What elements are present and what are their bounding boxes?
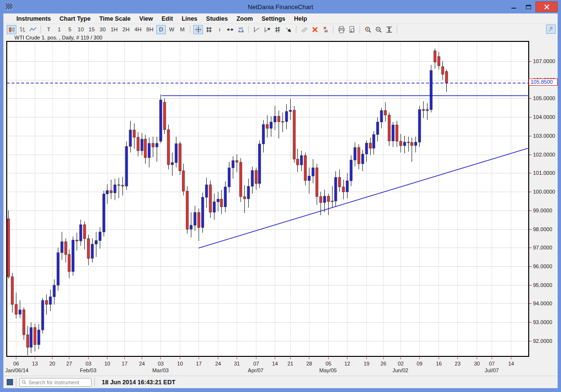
menu-zoom[interactable]: Zoom xyxy=(232,13,257,24)
menu-studies[interactable]: Studies xyxy=(202,13,232,24)
minimize-icon xyxy=(511,8,516,9)
svg-text:all: all xyxy=(324,29,328,33)
toolbar: T151015301H2H4H8HDWMivolall xyxy=(3,24,558,35)
deleteall-icon: all xyxy=(322,26,329,33)
ohlc-icon xyxy=(19,26,26,33)
zoomout-icon xyxy=(375,26,382,33)
maximize-icon xyxy=(526,5,531,9)
current-price-label: 105.8500 xyxy=(529,78,558,86)
window-title: NetDania FinanceChart xyxy=(3,3,558,11)
timeframe-2h-button[interactable]: 2H xyxy=(120,25,132,34)
maximize-button[interactable] xyxy=(521,1,535,12)
connection-status-icon xyxy=(7,379,13,385)
app-window: NetDania FinanceChart InstrumentsChart T… xyxy=(0,0,561,392)
timeframe-10-button[interactable]: 10 xyxy=(76,25,86,34)
timeframe-5-button[interactable]: 5 xyxy=(65,25,75,34)
instrument-label: WTI Crude 1. pos. , Daily, # 119 / 300 xyxy=(14,35,102,40)
menu-view[interactable]: View xyxy=(135,13,157,24)
ray-line-button[interactable] xyxy=(262,25,272,34)
menubar: InstrumentsChart TypeTime ScaleViewEditL… xyxy=(3,13,558,24)
trendline-button[interactable] xyxy=(252,25,261,34)
menu-help[interactable]: Help xyxy=(290,13,311,24)
statusbar: 18 Jun 2014 16:43:21 EDT xyxy=(3,376,558,388)
search-input[interactable] xyxy=(28,379,91,385)
arrow-icon xyxy=(285,26,292,33)
deletex-icon xyxy=(311,26,319,33)
minimize-button[interactable] xyxy=(507,1,521,12)
close-button[interactable] xyxy=(535,1,558,12)
parallel-lines-button[interactable] xyxy=(299,25,309,34)
delete-line-button[interactable] xyxy=(310,25,320,34)
toolbar-separator xyxy=(296,26,296,33)
timestamp: 18 Jun 2014 16:43:21 EDT xyxy=(102,379,175,386)
timeframe-tick-button[interactable]: T xyxy=(44,25,53,34)
line-chart-button[interactable] xyxy=(28,25,38,34)
parallel-icon xyxy=(301,26,308,33)
print-button[interactable] xyxy=(336,25,346,34)
arrow-draw-button[interactable] xyxy=(283,25,293,34)
search-box[interactable] xyxy=(19,378,92,387)
timeframe-daily-button[interactable]: D xyxy=(156,25,166,34)
menu-instruments[interactable]: Instruments xyxy=(12,13,55,24)
grid-icon xyxy=(205,26,213,33)
pin-window-button[interactable] xyxy=(546,25,556,34)
trendline-icon xyxy=(253,26,260,33)
chart-region: WTI Crude 1. pos. , Daily, # 119 / 300 1… xyxy=(3,35,558,376)
timeframe-weekly-button[interactable]: W xyxy=(167,25,176,34)
channel-icon xyxy=(274,26,281,33)
menu-lines[interactable]: Lines xyxy=(177,13,202,24)
fitv-icon xyxy=(386,26,393,33)
toolbar-separator xyxy=(333,26,334,33)
zoomin-icon xyxy=(364,26,372,33)
linechart-icon xyxy=(29,26,37,33)
candlestick-chart-button[interactable] xyxy=(7,25,16,34)
toolbar-separator xyxy=(397,26,397,33)
toolbar-separator xyxy=(360,26,360,33)
bar-chart-button[interactable] xyxy=(17,25,27,34)
volume-icon: vol xyxy=(237,26,244,33)
candlestick-icon xyxy=(8,26,15,33)
preview-icon xyxy=(348,26,356,33)
svg-text:i: i xyxy=(219,26,220,32)
zoom-out-button[interactable] xyxy=(374,25,383,34)
grid-button[interactable] xyxy=(204,25,214,34)
statusbar-divider xyxy=(94,378,95,387)
info-button[interactable]: i xyxy=(214,25,224,34)
zoom-in-button[interactable] xyxy=(363,25,373,34)
channel-button[interactable] xyxy=(273,25,282,34)
delete-all-lines-button[interactable]: all xyxy=(321,25,330,34)
titlebar[interactable]: NetDania FinanceChart xyxy=(3,0,558,13)
crosshair-icon xyxy=(195,26,202,33)
timeframe-1h-button[interactable]: 1H xyxy=(108,25,120,34)
menu-edit[interactable]: Edit xyxy=(157,13,177,24)
info-icon: i xyxy=(216,26,223,33)
timeframe-15-button[interactable]: 15 xyxy=(87,25,97,34)
menu-chart-type[interactable]: Chart Type xyxy=(55,13,95,24)
volume-button[interactable]: vol xyxy=(236,25,245,34)
timeframe-8h-button[interactable]: 8H xyxy=(145,25,156,34)
harrows-icon xyxy=(227,26,234,33)
print-icon xyxy=(338,26,345,33)
svg-text:vol: vol xyxy=(239,26,243,29)
fit-vertical-button[interactable] xyxy=(384,25,394,34)
search-icon xyxy=(21,379,27,385)
toolbar-separator xyxy=(248,26,249,33)
menu-time-scale[interactable]: Time Scale xyxy=(95,13,135,24)
timeframe-30-button[interactable]: 30 xyxy=(98,25,108,34)
toolbar-separator xyxy=(40,26,41,33)
close-icon xyxy=(544,4,549,10)
crosshair-button[interactable] xyxy=(193,25,203,34)
timeframe-1-button[interactable]: 1 xyxy=(54,25,64,34)
print-preview-button[interactable] xyxy=(347,25,357,34)
timeframe-4h-button[interactable]: 4H xyxy=(133,25,144,34)
pin-icon xyxy=(548,26,554,32)
ray-icon xyxy=(264,26,271,33)
scroll-mode-button[interactable] xyxy=(225,25,235,34)
timeframe-monthly-button[interactable]: M xyxy=(177,25,187,34)
menu-settings[interactable]: Settings xyxy=(257,13,290,24)
toolbar-separator xyxy=(190,26,190,33)
statusbar-divider xyxy=(16,378,16,387)
price-chart[interactable] xyxy=(3,35,558,376)
